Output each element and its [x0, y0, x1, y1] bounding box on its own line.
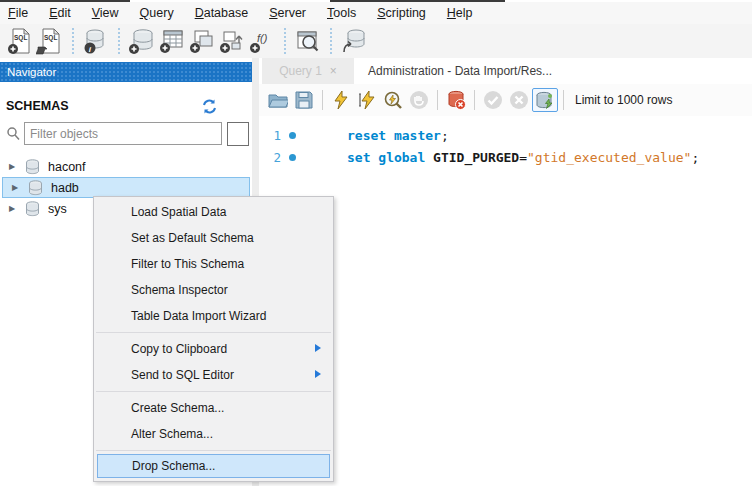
- create-schema-icon[interactable]: [127, 26, 157, 56]
- toolbar-separator: [330, 28, 332, 54]
- rollback-icon: [506, 88, 532, 112]
- create-view-icon[interactable]: [187, 26, 217, 56]
- search-icon: [6, 126, 20, 145]
- line-number: 2: [259, 150, 281, 165]
- tree-item-label: haconf: [48, 160, 86, 174]
- new-sql-tab-icon[interactable]: SQL: [5, 26, 35, 56]
- schemas-title: SCHEMAS: [6, 99, 69, 113]
- tree-item-haconf[interactable]: ▶ haconf: [0, 156, 252, 177]
- tree-item-label: sys: [48, 202, 67, 216]
- menu-scripting[interactable]: Scripting: [377, 6, 426, 20]
- menu-item-load-spatial-data[interactable]: Load Spatial Data: [94, 199, 333, 225]
- schema-context-menu: Load Spatial Data Set as Default Schema …: [93, 196, 334, 482]
- menu-item-set-as-default-schema[interactable]: Set as Default Schema: [94, 225, 333, 251]
- chevron-right-icon[interactable]: ▶: [12, 183, 22, 192]
- menu-query[interactable]: Query: [140, 6, 174, 20]
- tree-item-label: hadb: [51, 181, 79, 195]
- filter-side-button[interactable]: [227, 122, 249, 146]
- create-procedure-icon[interactable]: [217, 26, 247, 56]
- tab-label: Administration - Data Import/Res...: [368, 64, 552, 78]
- menu-bar: File Edit View Query Database Server Too…: [0, 2, 752, 24]
- execute-current-statement-icon[interactable]: [354, 88, 380, 112]
- svg-text:SQL: SQL: [44, 34, 57, 42]
- sql-editor-toolbar: Limit to 1000 rows: [259, 84, 752, 116]
- toolbar-separator: [72, 28, 74, 54]
- schema-icon: [28, 180, 43, 196]
- tab-administration-data-import[interactable]: Administration - Data Import/Res...: [358, 58, 562, 84]
- menu-item-drop-schema[interactable]: Drop Schema...: [97, 454, 330, 478]
- create-table-icon[interactable]: [157, 26, 187, 56]
- toggle-stop-on-error-icon[interactable]: [443, 88, 469, 112]
- search-table-data-icon[interactable]: [293, 26, 323, 56]
- svg-text:f(): f(): [257, 32, 268, 44]
- schema-inspector-icon[interactable]: i: [81, 26, 111, 56]
- menu-server[interactable]: Server: [269, 6, 306, 20]
- code-line-1: 1 reset master;: [259, 124, 752, 146]
- explain-plan-icon[interactable]: [380, 88, 406, 112]
- menu-item-filter-to-this-schema[interactable]: Filter to This Schema: [94, 251, 333, 277]
- code-line-2: 2 set global GTID_PURGED="gtid_executed_…: [259, 146, 752, 168]
- menu-separator: [96, 391, 331, 392]
- toolbar-separator: [284, 28, 286, 54]
- schemas-section-header: SCHEMAS: [0, 96, 252, 118]
- menu-tools[interactable]: Tools: [327, 6, 356, 20]
- toolbar-separator: [118, 28, 120, 54]
- svg-text:SQL: SQL: [14, 34, 27, 42]
- menu-edit[interactable]: Edit: [49, 6, 71, 20]
- editor-tab-bar: Query 1 × Administration - Data Import/R…: [259, 58, 752, 84]
- toggle-autocommit-icon[interactable]: [532, 88, 558, 112]
- filter-row: [0, 122, 252, 146]
- code-text: reset master;: [347, 128, 449, 143]
- submenu-arrow-icon: [315, 344, 321, 352]
- toolbar-separator: [474, 90, 475, 110]
- toolbar-separator: [563, 90, 564, 110]
- submenu-arrow-icon: [315, 370, 321, 378]
- menu-help[interactable]: Help: [447, 6, 473, 20]
- schema-icon: [25, 159, 40, 175]
- tab-query-1[interactable]: Query 1 ×: [262, 58, 354, 84]
- menu-item-alter-schema[interactable]: Alter Schema...: [94, 421, 333, 447]
- tree-item-hadb[interactable]: ▶ hadb: [2, 177, 250, 198]
- save-script-icon[interactable]: [291, 88, 317, 112]
- statement-marker-icon: [289, 132, 296, 139]
- menu-file[interactable]: File: [8, 6, 28, 20]
- menu-item-label: Copy to Clipboard: [131, 342, 227, 356]
- menu-separator: [96, 332, 331, 333]
- menu-item-label: Send to SQL Editor: [131, 368, 234, 382]
- chevron-right-icon[interactable]: ▶: [9, 204, 19, 213]
- menu-database[interactable]: Database: [195, 6, 249, 20]
- line-number: 1: [259, 128, 281, 143]
- menu-separator: [96, 450, 331, 451]
- refresh-schemas-icon[interactable]: [201, 98, 219, 116]
- menu-item-schema-inspector[interactable]: Schema Inspector: [94, 277, 333, 303]
- main-toolbar: SQL SQL i: [0, 24, 752, 58]
- tab-label: Query 1: [279, 64, 322, 78]
- toolbar-separator: [437, 90, 438, 110]
- create-function-icon[interactable]: f(): [247, 26, 277, 56]
- open-sql-file-icon[interactable]: SQL: [35, 26, 65, 56]
- menu-view[interactable]: View: [92, 6, 119, 20]
- chevron-right-icon[interactable]: ▶: [9, 162, 19, 171]
- code-text: set global GTID_PURGED="gtid_executed_va…: [347, 150, 699, 165]
- close-icon[interactable]: ×: [330, 64, 337, 78]
- menu-item-create-schema[interactable]: Create Schema...: [94, 395, 333, 421]
- filter-objects-input[interactable]: [24, 122, 222, 145]
- toolbar-separator: [322, 90, 323, 110]
- navigator-panel-header[interactable]: Navigator: [0, 62, 252, 82]
- menu-item-send-to-sql-editor[interactable]: Send to SQL Editor: [94, 362, 333, 388]
- limit-rows-dropdown[interactable]: Limit to 1000 rows: [575, 93, 672, 107]
- commit-icon: [480, 88, 506, 112]
- menu-item-copy-to-clipboard[interactable]: Copy to Clipboard: [94, 336, 333, 362]
- statement-marker-icon: [289, 154, 296, 161]
- schema-icon: [25, 201, 40, 217]
- menu-item-table-data-import-wizard[interactable]: Table Data Import Wizard: [94, 303, 333, 329]
- stop-query-icon: [406, 88, 432, 112]
- open-script-icon[interactable]: [265, 88, 291, 112]
- reconnect-dbms-icon[interactable]: [339, 26, 369, 56]
- execute-statement-icon[interactable]: [328, 88, 354, 112]
